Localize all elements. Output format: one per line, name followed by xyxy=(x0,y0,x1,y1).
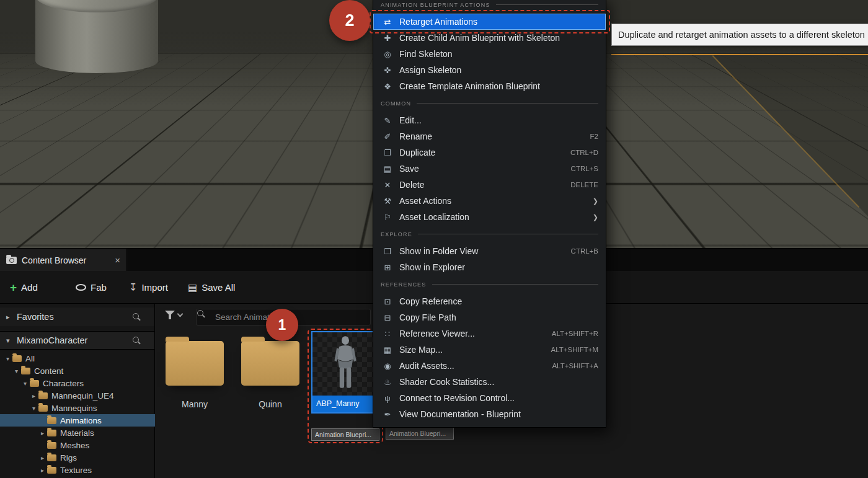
menu-item-label: Assign Skeleton xyxy=(399,65,598,75)
tree-item-label: All xyxy=(25,354,35,363)
retarget-icon: ⇄ xyxy=(382,17,393,27)
tree-item-characters[interactable]: ▾Characters xyxy=(0,377,155,389)
mannequin-preview xyxy=(328,334,363,394)
menu-item-size-map[interactable]: ▦Size Map...ALT+SHIFT+M xyxy=(373,342,606,358)
tree-item-meshes[interactable]: Meshes xyxy=(0,439,155,451)
tree-item-label: Textures xyxy=(60,466,92,475)
folder-tile-quinn[interactable]: Quinn xyxy=(236,331,305,409)
favorites-section-header[interactable]: ▸ Favorites xyxy=(0,308,154,326)
menu-item-asset-actions[interactable]: ⚒Asset Actions❯ xyxy=(373,193,606,209)
import-icon: ↧ xyxy=(129,283,137,293)
menu-item-audit-assets[interactable]: ◉Audit Assets...ALT+SHIFT+A xyxy=(373,358,606,374)
tree-item-textures[interactable]: ▸Textures xyxy=(0,464,155,476)
menu-item-assign-skeleton[interactable]: ✜Assign Skeleton xyxy=(373,62,606,78)
menu-item-show-in-explorer[interactable]: ⊞Show in Explorer xyxy=(373,259,606,275)
import-button[interactable]: ↧ Import xyxy=(129,271,168,304)
asset-type: Animation Bluepri... xyxy=(386,427,454,440)
tree-item-animations[interactable]: Animations xyxy=(0,414,155,427)
filter-icon xyxy=(165,311,175,319)
folder-tile-manny[interactable]: Manny xyxy=(160,331,229,409)
folder-icon xyxy=(47,442,56,449)
add-button[interactable]: + Add xyxy=(10,271,38,304)
menu-item-shortcut: ALT+SHIFT+M xyxy=(551,346,598,353)
rename-icon: ✐ xyxy=(382,132,393,141)
asset-localization-icon: ⚐ xyxy=(382,213,393,222)
chevron-down-icon[interactable]: ▾ xyxy=(30,405,38,412)
fab-button[interactable]: Fab xyxy=(76,271,107,304)
menu-item-copy-reference[interactable]: ⊡Copy Reference xyxy=(373,293,606,309)
tab-content-browser[interactable]: Content Browser × xyxy=(0,249,127,272)
menu-item-shortcut: CTRL+S xyxy=(571,165,598,172)
menu-item-asset-localization[interactable]: ⚐Asset Localization❯ xyxy=(373,209,606,225)
menu-item-rename[interactable]: ✐RenameF2 xyxy=(373,128,606,144)
menu-item-retarget-animations[interactable]: ⇄Retarget Animations xyxy=(373,14,606,30)
folder-icon xyxy=(241,341,299,386)
menu-item-shortcut: CTRL+B xyxy=(571,247,598,255)
tree-item-mannequin-ue4[interactable]: ▸Mannequin_UE4 xyxy=(0,389,155,402)
menu-section-header: EXPLORE xyxy=(373,225,606,243)
tree-item-all[interactable]: ▾All xyxy=(0,352,155,365)
search-icon[interactable] xyxy=(132,312,141,321)
menu-item-create-template-animation-blueprint[interactable]: ❖Create Template Animation Blueprint xyxy=(373,78,606,94)
chevron-down-icon[interactable]: ▾ xyxy=(4,355,12,362)
chevron-right-icon[interactable]: ▸ xyxy=(30,392,38,399)
tree-item-label: Characters xyxy=(43,379,84,388)
chevron-right-icon[interactable]: ▸ xyxy=(38,467,46,474)
chevron-right-icon[interactable]: ▸ xyxy=(38,454,46,461)
chevron-down-icon[interactable]: ▾ xyxy=(21,380,29,387)
save-all-button[interactable]: ▤ Save All xyxy=(188,271,235,304)
folder-icon xyxy=(30,380,39,387)
menu-section-header-label: EXPLORE xyxy=(381,231,412,237)
tab-close-button[interactable]: × xyxy=(115,255,120,265)
cylinder-mesh[interactable] xyxy=(35,0,158,73)
menu-item-show-in-folder-view[interactable]: ❒Show in Folder ViewCTRL+B xyxy=(373,243,606,259)
menu-item-create-child-anim-blueprint-with-skeleton[interactable]: ✚Create Child Anim Blueprint with Skelet… xyxy=(373,30,606,46)
menu-item-connect-to-revision-control[interactable]: ψConnect to Revision Control... xyxy=(373,390,606,406)
chevron-right-icon[interactable]: ▸ xyxy=(38,430,46,436)
menu-section-header: COMMON xyxy=(373,94,606,112)
menu-item-reference-viewer[interactable]: ∷Reference Viewer...ALT+SHIFT+R xyxy=(373,325,606,342)
menu-section-header-label: REFERENCES xyxy=(381,281,427,288)
folder-icon xyxy=(47,454,56,461)
tree-item-label: Materials xyxy=(60,428,94,438)
menu-item-shader-cook-statistics[interactable]: ♨Shader Cook Statistics... xyxy=(373,374,606,390)
menu-item-duplicate[interactable]: ❐DuplicateCTRL+D xyxy=(373,144,606,161)
menu-item-label: Save xyxy=(399,164,565,174)
sources-panel: ▸ Favorites ▾ MixamoCharacter ▾All▾Conte… xyxy=(0,304,155,478)
submenu-arrow-icon: ❯ xyxy=(593,197,598,205)
folder-tree: ▾All▾Content▾Characters▸Mannequin_UE4▾Ma… xyxy=(0,352,155,476)
favorites-label: Favorites xyxy=(17,312,54,322)
menu-item-view-documentation-blueprint[interactable]: ✒View Documentation - Blueprint xyxy=(373,406,606,422)
revision-control-icon: ψ xyxy=(382,394,393,403)
filter-button[interactable] xyxy=(165,311,182,319)
asset-thumbnail xyxy=(312,332,378,396)
menu-item-delete[interactable]: ✕DeleteDELETE xyxy=(373,177,606,193)
axis-gizmo: Z Y xyxy=(19,198,68,237)
menu-item-label: Create Template Animation Blueprint xyxy=(399,81,598,91)
menu-item-save[interactable]: ▤SaveCTRL+S xyxy=(373,161,606,177)
folder-name: Manny xyxy=(160,399,229,409)
tree-item-materials[interactable]: ▸Materials xyxy=(0,427,155,439)
add-button-label: Add xyxy=(21,282,38,293)
collection-section-header[interactable]: ▾ MixamoCharacter xyxy=(0,331,154,350)
menu-item-find-skeleton[interactable]: ◎Find Skeleton xyxy=(373,46,606,62)
copy-reference-icon: ⊡ xyxy=(382,297,393,306)
tree-item-label: Mannequins xyxy=(51,404,97,413)
annotation-step-2: 2 xyxy=(329,0,370,41)
tree-item-mannequins[interactable]: ▾Mannequins xyxy=(0,402,155,414)
tree-item-rigs[interactable]: ▸Rigs xyxy=(0,451,155,464)
asset-type: Animation Bluepri... xyxy=(311,428,379,441)
menu-item-label: Shader Cook Statistics... xyxy=(399,377,598,387)
unreal-editor: Z Y Content Browser × + Add Fab ↧ Import… xyxy=(0,0,868,478)
menu-item-edit[interactable]: ✎Edit... xyxy=(373,112,606,128)
menu-item-copy-file-path[interactable]: ⊟Copy File Path xyxy=(373,309,606,325)
axis-y-label: Y xyxy=(60,218,64,226)
chevron-down-icon[interactable]: ▾ xyxy=(12,368,20,374)
folder-view-icon: ❒ xyxy=(382,247,393,256)
search-icon[interactable] xyxy=(132,336,141,345)
asset-tile-abp-manny[interactable]: ABP_MannyAnimation Bluepri... xyxy=(311,331,379,441)
tree-item-label: Mannequin_UE4 xyxy=(51,391,114,401)
menu-item-label: Size Map... xyxy=(399,345,545,355)
tree-item-content[interactable]: ▾Content xyxy=(0,365,155,377)
menu-item-shortcut: ALT+SHIFT+R xyxy=(552,330,598,337)
